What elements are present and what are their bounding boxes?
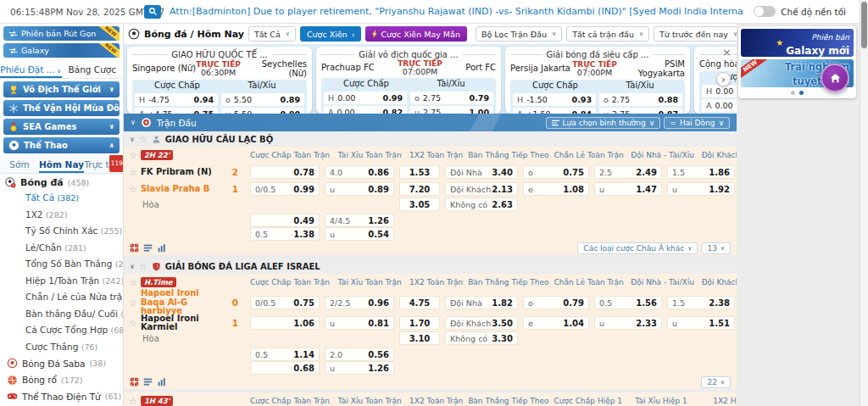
live-match-card[interactable]: Giải vô địch quốc gia ...Prachuap FCTRỰC… — [316, 47, 501, 114]
two-rows-button[interactable]: =Hai Dòng∨ — [664, 117, 730, 129]
odds-cell[interactable]: u1.26 — [325, 361, 394, 375]
odds-cell[interactable]: u1.51 — [667, 316, 735, 330]
team-name[interactable]: FK Pribram (N) — [141, 168, 212, 177]
sidebar-sport-football[interactable]: Bóng đá(458) — [0, 174, 123, 190]
league-header[interactable]: ∨☆GIAO HỮU CÂU LẠC BỘ — [124, 131, 737, 147]
sidebar-market-item[interactable]: Hiệp 1/Toàn Trận (242) — [0, 273, 123, 290]
odds-cell[interactable]: 4.00.86 — [325, 165, 394, 179]
live-match-card[interactable]: Giải bóng đá siêu cấp ...Persija Jakarta… — [505, 47, 690, 114]
slip-tab-1[interactable]: Phiếu Đặt ... ∨ — [0, 61, 62, 78]
odds-cell[interactable]: H0.000.99 — [324, 92, 407, 104]
odds-cell[interactable]: 2.00.56 — [325, 348, 394, 361]
favorite-star-icon[interactable]: ☆ — [139, 262, 147, 271]
odds-cell[interactable]: 7.20 — [399, 182, 440, 196]
odds-cell[interactable]: 3.05 — [399, 197, 440, 211]
odds-cell[interactable]: 0.78 — [250, 165, 320, 179]
time-tab-1[interactable]: Sớm — [0, 156, 39, 173]
sidebar-market-item[interactable]: Tỷ Số Chính Xác (255) — [0, 223, 123, 240]
league-header[interactable]: ∨☆GIẢI BÓNG ĐÁ LIGA ALEF ISRAEL — [124, 259, 737, 274]
odds-cell[interactable]: Đội Nhà3.40 — [445, 165, 518, 179]
sidebar-section-trophy[interactable]: Vô Địch Thế Giới∨ — [3, 81, 120, 97]
normal-selection-button[interactable]: Lựa chọn bình thường∨ — [546, 117, 661, 129]
favorite-star-icon[interactable]: ☆ — [129, 397, 137, 406]
odds-cell[interactable]: H0.00 — [702, 85, 737, 97]
odds-cell[interactable]: 1.53 — [399, 165, 440, 179]
odds-cell[interactable]: 0/0.50.75 — [250, 296, 320, 309]
team-name[interactable]: Hapoel Ironi Baqa Al-G harbiyye — [141, 289, 225, 316]
odds-cell[interactable]: A0.000.82 — [324, 106, 407, 114]
sidebar-market-item[interactable]: Tổng Số Bàn Thắng (254) — [0, 256, 123, 273]
odds-cell[interactable]: 4.75 — [399, 296, 440, 309]
sidebar-section-medal[interactable]: SEA Games∨ — [3, 119, 120, 135]
sidebar-market-item[interactable]: Tất Cả (382) — [0, 190, 123, 207]
favorite-star-icon[interactable]: ☆ — [129, 168, 137, 177]
odds-cell[interactable]: u2.33 — [594, 316, 662, 330]
favorite-star-icon[interactable]: ☆ — [139, 135, 147, 144]
sidebar-market-item[interactable]: Cá Cược Tổng Hợp (683) — [0, 322, 123, 339]
odds-cell[interactable]: Đội Khách3.50 — [445, 316, 518, 330]
slip-tab-2[interactable]: Bảng Cược — [62, 61, 124, 78]
odds-cell[interactable]: u1.92 — [667, 182, 735, 196]
odds-cell[interactable]: 2.52.49 — [594, 165, 662, 179]
sidebar-promo-1[interactable]: Phiên bản Rút GọnNEW — [3, 26, 120, 41]
odds-cell[interactable]: H-4.750.94 — [135, 93, 218, 106]
home-fab-button[interactable] — [821, 64, 849, 92]
favorite-star-icon[interactable]: ☆ — [129, 298, 137, 308]
odds-cell[interactable]: 0.49 — [250, 214, 320, 227]
odds-cell[interactable]: 1.51.86 — [667, 165, 735, 179]
more-bets-dropdown[interactable]: Các loại cược Châu Á khác∨ — [577, 242, 698, 254]
odds-cell[interactable]: o5.500.89 — [221, 93, 304, 106]
sidebar-market-item[interactable]: Lẻ/Chẵn (281) — [0, 240, 123, 257]
sidebar-promo-2[interactable]: GalaxyNEW — [3, 43, 120, 58]
odds-cell[interactable]: 1.06 — [250, 316, 320, 330]
odds-cell[interactable]: Không có3.30 — [445, 331, 518, 345]
team-name[interactable]: Slavia Praha B — [141, 185, 210, 194]
close-icon[interactable]: × — [722, 47, 732, 58]
sidebar-section-winter[interactable]: Thế Vận Hội Mùa Đông∨ — [3, 100, 120, 116]
odds-cell[interactable]: u0.81 — [325, 316, 394, 330]
odds-cell[interactable]: 4/4.51.26 — [325, 214, 394, 227]
sidebar-sport-item[interactable]: Bóng Đá Saba(38) — [0, 355, 123, 372]
odds-cell[interactable]: u2.751.00 — [410, 106, 493, 114]
odds-cell[interactable]: u0.89 — [325, 182, 394, 196]
odds-cell[interactable]: A+4.750.75 — [135, 108, 218, 114]
odds-cell[interactable]: o2.750.79 — [410, 92, 493, 104]
odds-cell[interactable]: o2.750.88 — [599, 93, 682, 106]
parlay-button[interactable]: Cược Xiên› — [300, 26, 362, 42]
scrollbar-thumb[interactable] — [861, 2, 867, 48]
page-scrollbar[interactable] — [860, 0, 868, 406]
lucky-parlay-button[interactable]: Cược Xiên May Mắn — [365, 26, 466, 42]
odds-cell[interactable]: Không có2.63 — [445, 197, 518, 211]
odds-cell[interactable]: 0/0.50.99 — [250, 182, 320, 196]
odds-cell[interactable]: H-1.500.93 — [513, 93, 596, 106]
announcement-ticker[interactable]: Attn:[Badminton] Due to player retiremen… — [170, 6, 743, 17]
odds-cell[interactable]: 1.70 — [399, 316, 440, 330]
favorite-star-icon[interactable]: ☆ — [129, 185, 137, 194]
odds-cell[interactable]: 3.10 — [399, 331, 440, 345]
team-name[interactable]: Hapoel Ironi Karmiel — [141, 314, 225, 332]
sidebar-market-item[interactable]: Cược Thắng (76) — [0, 339, 123, 356]
odds-cell[interactable]: 1.52.38 — [667, 296, 735, 309]
odds-cell[interactable]: A0.00 — [702, 99, 737, 112]
time-tab-2[interactable]: Hôm Nay — [39, 156, 84, 173]
time-range-select[interactable]: Từ trước đến nay∨ — [654, 26, 737, 42]
odds-cell[interactable]: e1.04 — [523, 316, 589, 330]
search-button[interactable] — [144, 5, 161, 19]
more-bets-dropdown[interactable]: 22∨ — [701, 376, 731, 388]
league-filter-select[interactable]: Tất Cả∨ — [248, 26, 296, 42]
banner-galaxy[interactable]: ★ Phiên bảnGalaxy mới — [741, 29, 854, 57]
chevron-down-icon[interactable]: ∨ — [131, 119, 136, 126]
live-match-card[interactable]: GIAO HỮU QUỐC TẾ ...Singapore (Nữ)TRỰC T… — [127, 47, 312, 114]
odds-cell[interactable]: Đội Khách2.13 — [445, 182, 518, 196]
all-matches-select[interactable]: Tất cả trận đấu∨ — [566, 26, 649, 42]
odds-cell[interactable]: u1.47 — [594, 182, 662, 196]
odds-cell[interactable]: u2.750.87 — [599, 108, 682, 114]
odds-cell[interactable]: 0.51.56 — [594, 296, 662, 309]
odds-cell[interactable]: A+1.500.84 — [513, 108, 596, 114]
sidebar-market-item[interactable]: 1X2 (282) — [0, 207, 123, 224]
odds-cell[interactable]: e1.08 — [523, 182, 589, 196]
dark-mode-toggle[interactable] — [754, 6, 776, 17]
odds-cell[interactable]: u5.500.80 — [221, 108, 304, 114]
match-filter-select[interactable]: Bộ Lọc Trận Đấu∨ — [476, 26, 562, 42]
odds-cell[interactable]: Đội Nhà1.82 — [445, 296, 518, 309]
